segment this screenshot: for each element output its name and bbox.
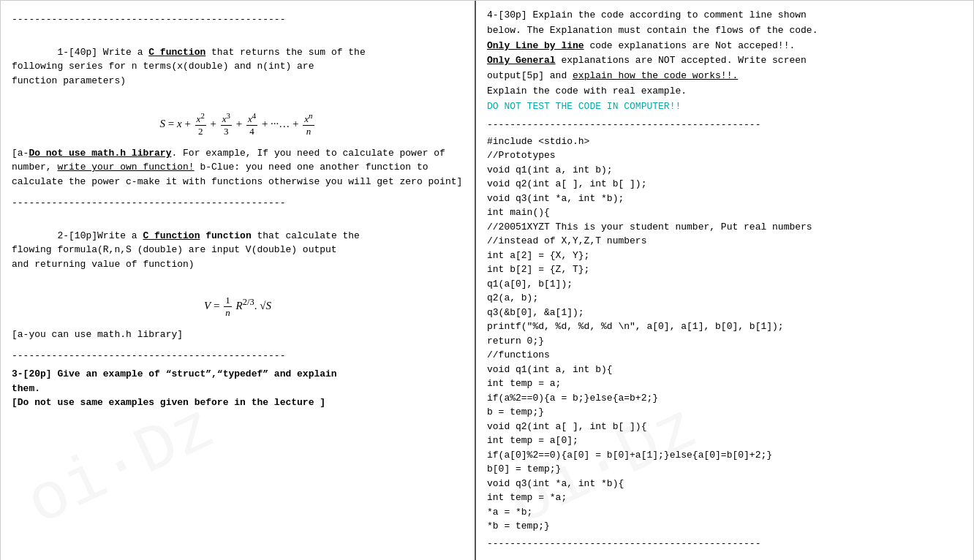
- code-block: #include <stdio.h> //Prototypes void q1(…: [487, 135, 962, 534]
- question-3-block: 3-[20p] Give an example of “struct”,“typ…: [12, 367, 464, 410]
- q1-formula: S = x + x2 2 + x3 3 + x4 4 + ···… + xn: [12, 111, 464, 137]
- watermark-left: oi·Dz: [16, 390, 227, 542]
- question-2-block: 2-[10p]Write a C function function that …: [12, 214, 464, 341]
- q1-label: 1-[40p] Write a: [57, 47, 148, 58]
- q4-header: 4-[30p] Explain the code according to co…: [487, 8, 962, 115]
- q1-note-a-label: [a-: [12, 148, 29, 159]
- q4-line3-rest: code explanations are Not acceped!!.: [584, 40, 796, 51]
- q4-line1: 4-[30p] Explain the code according to co…: [487, 10, 807, 20]
- q1-note-a-underline: write your own function!: [57, 162, 194, 173]
- left-panel: ----------------------------------------…: [1, 1, 476, 560]
- q1-note-a-bold: Do not use math.h library: [29, 148, 171, 159]
- q4-line4-rest: explanations are NOT accepted. Write scr…: [556, 55, 807, 66]
- q3-text: 3-[20p] Give an example of “struct”,“typ…: [12, 367, 464, 396]
- q2-note: [a-you can use math.h library]: [12, 328, 464, 342]
- right-divider: ----------------------------------------…: [487, 119, 962, 130]
- q3-note: [Do not use same examples given before i…: [12, 396, 464, 410]
- q4-only-general: Only General: [487, 55, 556, 66]
- divider-3: ----------------------------------------…: [12, 350, 464, 361]
- q2-formula: V = 1 n R2/3. √S: [12, 295, 464, 319]
- q4-explain-underline: explain how the code works!!.: [573, 70, 738, 81]
- q4-line5-start: output[5p] and: [487, 70, 573, 81]
- question-1-block: 1-[40p] Write a C function that returns …: [12, 31, 464, 189]
- q4-only-line: Only Line by line: [487, 40, 584, 51]
- q1-text: 1-[40p] Write a C function that returns …: [12, 31, 464, 102]
- q4-line2: below. The Explanation must contain the …: [487, 25, 818, 36]
- q2-function-bold: function: [200, 230, 251, 241]
- q4-line6: Explain the code with real example.: [487, 86, 687, 97]
- bottom-divider: ----------------------------------------…: [487, 538, 962, 549]
- right-panel: 4-[30p] Explain the code according to co…: [476, 1, 973, 560]
- divider-1: ----------------------------------------…: [12, 14, 464, 25]
- q2-text: 2-[10p]Write a C function function that …: [12, 214, 464, 286]
- q1-notes: [a-Do not use math.h library. For exampl…: [12, 146, 464, 189]
- divider-2: ----------------------------------------…: [12, 197, 464, 208]
- q4-do-not-test: DO NOT TEST THE CODE IN COMPUTER!!: [487, 101, 681, 112]
- q2-cfunction: C function: [143, 230, 200, 241]
- q2-label: 2-[10p]Write a: [57, 230, 143, 241]
- q1-cfunction: C function: [148, 47, 205, 58]
